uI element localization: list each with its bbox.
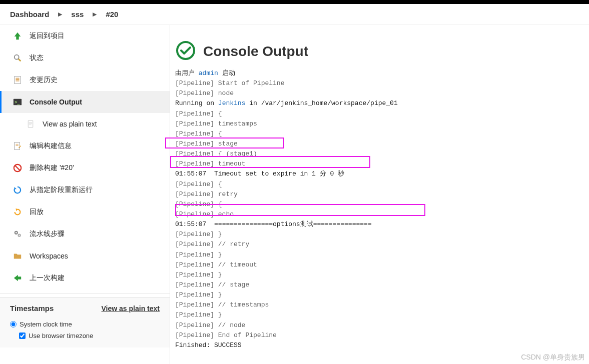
main-content: Console Output 由用户 admin 启动 [Pipeline] S… xyxy=(170,25,589,364)
log-line: [Pipeline] echo xyxy=(175,210,234,218)
log-line: [Pipeline] End of Pipeline xyxy=(175,332,277,339)
svg-point-21 xyxy=(177,42,194,59)
log-line: [Pipeline] // timestamps xyxy=(175,301,269,308)
sidebar-item-label: Workspaces xyxy=(30,252,68,260)
radio-label: System clock time xyxy=(20,320,72,328)
started-by-suffix: 启动 xyxy=(218,70,235,77)
sidebar-item-console-output[interactable]: >_ Console Output xyxy=(0,91,170,113)
radio-system-clock[interactable] xyxy=(10,321,17,328)
breadcrumb-build[interactable]: #20 xyxy=(106,10,118,18)
running-prefix: Running on xyxy=(175,100,218,107)
log-line: [Pipeline] { xyxy=(175,110,222,118)
log-line: Timeout set to expire in 1 分 0 秒 xyxy=(214,170,344,178)
arrow-up-icon xyxy=(13,31,23,41)
sidebar-item-label: 上一次构建 xyxy=(30,274,65,282)
success-icon xyxy=(175,40,196,62)
checkbox-label: Use browser timezone xyxy=(29,332,93,340)
breadcrumb-dashboard[interactable]: Dashboard xyxy=(10,10,49,18)
log-finished: Finished: SUCCESS xyxy=(175,342,242,349)
sidebar-item-replay[interactable]: 回放 xyxy=(0,201,170,223)
timestamps-option-tz[interactable]: Use browser timezone xyxy=(10,330,160,342)
started-by-prefix: 由用户 xyxy=(175,70,199,77)
svg-text:>_: >_ xyxy=(15,100,20,104)
timestamps-title: Timestamps xyxy=(10,304,54,312)
top-black-bar xyxy=(0,0,589,4)
document-pencil-icon xyxy=(13,141,23,151)
sidebar-item-label: 删除构建 '#20' xyxy=(30,164,74,172)
sidebar-item-edit-build[interactable]: 编辑构建信息 xyxy=(0,135,170,157)
sidebar-item-back[interactable]: 返回到项目 xyxy=(0,25,170,47)
log-line: [Pipeline] timestamps xyxy=(175,120,257,128)
console-output: 由用户 admin 启动 [Pipeline] Start of Pipelin… xyxy=(175,68,584,350)
svg-rect-8 xyxy=(28,121,33,128)
sidebar-item-label: 编辑构建信息 xyxy=(30,142,72,150)
log-line: [Pipeline] { (stage1) xyxy=(175,150,257,158)
sidebar: 返回到项目 状态 变更历史 >_ Console Output View as … xyxy=(0,25,170,364)
sidebar-item-previous-build[interactable]: 上一次构建 xyxy=(0,267,170,289)
log-line: [Pipeline] } xyxy=(175,230,222,238)
terminal-icon: >_ xyxy=(13,97,23,107)
log-line: [Pipeline] // stage xyxy=(175,281,249,288)
sidebar-item-plain-text[interactable]: View as plain text xyxy=(0,113,170,135)
log-line: [Pipeline] { xyxy=(175,180,222,188)
sidebar-item-status[interactable]: 状态 xyxy=(0,47,170,69)
log-line: [Pipeline] // node xyxy=(175,322,245,329)
log-line: [Pipeline] stage xyxy=(175,140,238,148)
sidebar-item-label: 返回到项目 xyxy=(30,32,65,40)
watermark: CSDN @单身贵族男 xyxy=(521,353,585,362)
redo-icon xyxy=(13,207,23,217)
running-suffix: in /var/jenkins_home/workspace/pipe_01 xyxy=(245,100,397,107)
node-link[interactable]: Jenkins xyxy=(218,100,246,107)
timestamp: 01:55:07 xyxy=(175,170,206,178)
log-line: [Pipeline] // timeout xyxy=(175,261,257,268)
page-title: Console Output xyxy=(203,44,308,60)
sidebar-item-label: 状态 xyxy=(30,54,44,62)
folder-icon xyxy=(13,251,23,261)
sidebar-item-workspaces[interactable]: Workspaces xyxy=(0,245,170,267)
sidebar-item-label: View as plain text xyxy=(43,120,97,128)
chevron-right-icon: ▶ xyxy=(93,11,97,18)
page-title-row: Console Output xyxy=(175,40,584,62)
sidebar-item-changes[interactable]: 变更历史 xyxy=(0,69,170,91)
timestamps-option-clock[interactable]: System clock time xyxy=(10,318,160,330)
document-list-icon xyxy=(13,75,23,85)
svg-line-1 xyxy=(19,59,21,62)
log-line: [Pipeline] Start of Pipeline xyxy=(175,80,284,87)
arrow-left-icon xyxy=(13,273,23,283)
timestamps-panel: Timestamps View as plain text System clo… xyxy=(0,298,170,348)
log-line: [Pipeline] retry xyxy=(175,190,238,198)
breadcrumb-job[interactable]: sss xyxy=(71,10,84,18)
magnifier-icon xyxy=(13,53,23,63)
svg-point-0 xyxy=(15,55,19,60)
log-line: [Pipeline] { xyxy=(175,130,222,138)
sidebar-item-label: 回放 xyxy=(30,208,44,216)
timestamp: 01:55:07 xyxy=(175,220,206,228)
sidebar-item-label: 从指定阶段重新运行 xyxy=(30,186,93,194)
user-link[interactable]: admin xyxy=(199,70,218,77)
sidebar-item-restart-stage[interactable]: 从指定阶段重新运行 xyxy=(0,179,170,201)
checkbox-browser-tz[interactable] xyxy=(19,332,26,339)
log-line: [Pipeline] { xyxy=(175,200,222,208)
sidebar-item-pipeline-steps[interactable]: 流水线步骤 xyxy=(0,223,170,245)
chevron-right-icon: ▶ xyxy=(58,11,62,18)
log-line: [Pipeline] timeout xyxy=(175,160,245,168)
svg-rect-12 xyxy=(15,142,20,150)
log-line: [Pipeline] } xyxy=(175,291,222,298)
log-line: [Pipeline] } xyxy=(175,251,222,258)
log-line: ===============options测试=============== xyxy=(214,220,372,228)
sidebar-item-label: 流水线步骤 xyxy=(30,230,65,238)
log-line: [Pipeline] } xyxy=(175,311,222,318)
timestamps-plain-link[interactable]: View as plain text xyxy=(102,304,160,312)
svg-line-16 xyxy=(16,166,20,170)
sidebar-item-label: Console Output xyxy=(30,98,82,106)
breadcrumb: Dashboard ▶ sss ▶ #20 xyxy=(0,4,589,25)
svg-point-18 xyxy=(16,232,17,234)
document-icon xyxy=(26,119,36,129)
log-line: [Pipeline] node xyxy=(175,90,234,97)
no-entry-icon xyxy=(13,163,23,173)
gears-icon xyxy=(13,229,23,239)
svg-rect-2 xyxy=(15,76,21,84)
sidebar-item-delete-build[interactable]: 删除构建 '#20' xyxy=(0,157,170,179)
refresh-icon xyxy=(13,185,23,195)
sidebar-item-label: 变更历史 xyxy=(30,76,58,84)
